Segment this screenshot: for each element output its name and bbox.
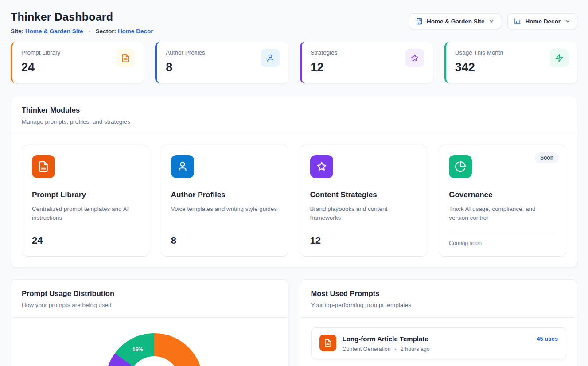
user-icon xyxy=(261,49,280,67)
prompt-usage-card: Prompt Usage Distribution How your promp… xyxy=(11,279,288,366)
page-title: Thinker Dashboard xyxy=(11,11,153,23)
list-item-prompt[interactable]: Long-form Article Template Content Gener… xyxy=(311,327,567,359)
chevron-down-icon xyxy=(565,18,571,24)
dashboard-page: Thinker Dashboard Site: Home & Garden Si… xyxy=(0,0,588,366)
most-used-subtitle: Your top-performing prompt templates xyxy=(311,302,567,308)
selectors: Home & Garden Site Home Decor xyxy=(409,13,577,29)
site-meta: Site: Home & Garden Site · Sector: Home … xyxy=(11,28,153,35)
prompt-list: Long-form Article Template Content Gener… xyxy=(300,318,577,366)
module-description: Voice templates and writing style guides xyxy=(171,205,278,214)
donut-segment-label: 15% xyxy=(132,347,143,353)
most-used-title: Most Used Prompts xyxy=(311,289,567,298)
top-bar: Thinker Dashboard Site: Home & Garden Si… xyxy=(11,11,577,35)
header-text: Thinker Dashboard Site: Home & Garden Si… xyxy=(11,11,153,35)
soon-badge: Soon xyxy=(535,152,559,163)
bolt-icon xyxy=(550,49,569,67)
document-icon xyxy=(116,49,135,67)
module-description: Brand playbooks and content frameworks xyxy=(310,205,417,223)
site-selector-label: Home & Garden Site xyxy=(427,18,485,25)
stat-card-usage: Usage This Month 342 xyxy=(444,42,577,83)
module-count: 24 xyxy=(32,227,139,246)
module-count: 8 xyxy=(171,227,278,246)
module-card-governance[interactable]: Soon Governance Track AI usage, complian… xyxy=(439,145,566,257)
stat-card-author-profiles: Author Profiles 8 xyxy=(155,42,288,83)
chevron-down-icon xyxy=(488,18,495,24)
prompt-time: 2 hours ago xyxy=(401,346,430,352)
usage-chart-header: Prompt Usage Distribution How your promp… xyxy=(11,280,288,317)
meta-dot: · xyxy=(395,346,397,352)
module-title: Governance xyxy=(449,191,556,199)
module-card-author-profiles[interactable]: Author Profiles Voice templates and writ… xyxy=(161,145,288,257)
modules-subtitle: Manage prompts, profiles, and strategies xyxy=(22,118,566,125)
module-card-content-strategies[interactable]: Content Strategies Brand playbooks and c… xyxy=(300,145,428,257)
site-selector-dropdown[interactable]: Home & Garden Site xyxy=(409,13,502,29)
module-card-prompt-library[interactable]: Prompt Library Centralized prompt templa… xyxy=(22,145,149,257)
modules-title: Thinker Modules xyxy=(22,106,566,114)
stats-row: Prompt Library 24 Author Profiles 8 Stra… xyxy=(11,42,577,83)
prompt-title: Long-form Article Template xyxy=(343,335,430,343)
most-used-prompts-card: Most Used Prompts Your top-performing pr… xyxy=(300,279,578,366)
site-link[interactable]: Home & Garden Site xyxy=(25,28,83,35)
donut-chart-area: 15% xyxy=(11,318,288,366)
modules-header: Thinker Modules Manage prompts, profiles… xyxy=(11,96,577,134)
stat-card-strategies: Strategies 12 xyxy=(300,42,433,83)
most-used-header: Most Used Prompts Your top-performing pr… xyxy=(300,280,577,317)
modules-grid: Prompt Library Centralized prompt templa… xyxy=(11,134,577,267)
thinker-modules-section: Thinker Modules Manage prompts, profiles… xyxy=(11,96,577,268)
module-title: Content Strategies xyxy=(310,191,417,199)
module-count: 12 xyxy=(310,227,417,246)
meta-dot: · xyxy=(85,28,94,35)
building-icon xyxy=(416,18,423,25)
pie-chart-icon xyxy=(449,155,472,178)
document-icon xyxy=(319,335,336,351)
bar-chart-icon xyxy=(514,18,521,25)
module-title: Author Profiles xyxy=(171,191,278,199)
site-label: Site: xyxy=(11,28,23,35)
document-icon xyxy=(32,155,55,178)
stat-card-prompt-library: Prompt Library 24 xyxy=(11,42,144,83)
sector-link[interactable]: Home Decor xyxy=(118,28,153,35)
user-icon xyxy=(171,155,194,178)
star-icon xyxy=(310,155,333,178)
prompt-info: Long-form Article Template Content Gener… xyxy=(343,335,430,352)
sector-selector-dropdown[interactable]: Home Decor xyxy=(507,13,577,29)
coming-soon-note: Coming soon xyxy=(449,234,556,246)
prompt-category: Content Generation xyxy=(343,346,391,352)
star-icon xyxy=(405,49,424,67)
module-description: Centralized prompt templates and AI inst… xyxy=(32,205,139,223)
sector-label: Sector: xyxy=(96,28,117,35)
bottom-row: Prompt Usage Distribution How your promp… xyxy=(11,279,577,366)
module-title: Prompt Library xyxy=(32,191,139,199)
module-description: Track AI usage, compliance, and version … xyxy=(449,205,556,223)
usage-chart-subtitle: How your prompts are being used xyxy=(22,302,277,308)
prompt-uses-badge: 45 uses xyxy=(537,335,558,342)
donut-chart: 15% xyxy=(105,333,203,366)
sector-selector-label: Home Decor xyxy=(525,18,561,25)
usage-chart-title: Prompt Usage Distribution xyxy=(22,289,277,298)
prompt-meta: Content Generation · 2 hours ago xyxy=(343,346,430,352)
